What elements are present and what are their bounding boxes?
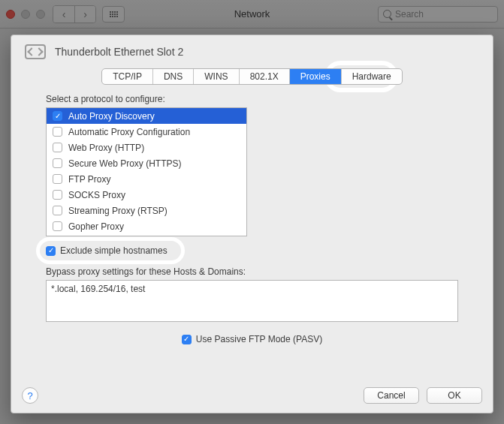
bypass-label: Bypass proxy settings for these Hosts & … xyxy=(46,266,458,277)
titlebar: ‹ › Network Search xyxy=(0,0,504,29)
protocol-gopher-proxy[interactable]: Gopher Proxy xyxy=(47,218,246,234)
tab-dns[interactable]: DNS xyxy=(152,69,193,84)
window-title: Network xyxy=(234,8,270,20)
passive-ftp-checkbox[interactable]: ✓ xyxy=(182,335,192,344)
checkbox-icon[interactable] xyxy=(53,206,62,215)
protocol-web-proxy[interactable]: Web Proxy (HTTP) xyxy=(47,140,246,155)
bypass-textarea[interactable]: *.local, 169.254/16, test xyxy=(46,280,458,322)
tab-group: TCP/IP DNS WINS 802.1X Proxies Hardware xyxy=(101,68,402,85)
cancel-button[interactable]: Cancel xyxy=(364,387,419,404)
protocol-label-text: Secure Web Proxy (HTTPS) xyxy=(68,158,181,169)
tab-hardware[interactable]: Hardware xyxy=(341,69,402,84)
protocol-label-text: Auto Proxy Discovery xyxy=(68,111,155,122)
protocol-socks-proxy[interactable]: SOCKS Proxy xyxy=(47,187,246,203)
protocol-auto-discovery[interactable]: ✓ Auto Proxy Discovery xyxy=(47,108,246,124)
grid-icon xyxy=(110,11,118,17)
back-button[interactable]: ‹ xyxy=(53,6,74,23)
passive-ftp-label: Use Passive FTP Mode (PASV) xyxy=(196,334,322,344)
search-icon xyxy=(383,10,391,18)
exclude-simple-hostnames-row[interactable]: ✓ Exclude simple hostnames xyxy=(46,245,167,256)
bypass-value: *.local, 169.254/16, test xyxy=(51,284,145,294)
protocol-ftp-proxy[interactable]: FTP Proxy xyxy=(47,171,246,187)
checkbox-icon[interactable] xyxy=(53,143,62,152)
exclude-label: Exclude simple hostnames xyxy=(60,245,167,256)
protocol-streaming-proxy[interactable]: Streaming Proxy (RTSP) xyxy=(47,203,246,218)
thunderbolt-icon xyxy=(25,44,46,59)
chevron-left-icon: ‹ xyxy=(62,8,66,20)
ok-label: OK xyxy=(448,390,460,401)
protocol-label-text: FTP Proxy xyxy=(68,174,110,185)
forward-button[interactable]: › xyxy=(74,6,95,23)
protocol-label: Select a protocol to configure: xyxy=(46,94,458,104)
protocol-label-text: Web Proxy (HTTP) xyxy=(68,143,144,153)
protocol-label-text: Streaming Proxy (RTSP) xyxy=(68,206,167,216)
search-placeholder: Search xyxy=(395,9,424,20)
help-button[interactable]: ? xyxy=(22,387,38,404)
sheet-header: Thunderbolt Ethernet Slot 2 xyxy=(11,35,493,65)
sheet-footer: ? Cancel OK xyxy=(11,387,493,404)
search-field[interactable]: Search xyxy=(378,6,498,23)
show-all-button[interactable] xyxy=(102,6,125,23)
tab-wins[interactable]: WINS xyxy=(193,69,238,84)
zoom-window-button[interactable] xyxy=(36,10,45,19)
checkbox-icon[interactable] xyxy=(53,190,62,200)
ok-button[interactable]: OK xyxy=(427,387,482,404)
help-icon: ? xyxy=(27,390,32,401)
checkbox-icon[interactable] xyxy=(53,158,62,168)
advanced-sheet: Thunderbolt Ethernet Slot 2 TCP/IP DNS W… xyxy=(11,35,493,413)
tab-proxies[interactable]: Proxies xyxy=(289,69,341,84)
sheet-title: Thunderbolt Ethernet Slot 2 xyxy=(55,46,183,58)
checkbox-icon[interactable] xyxy=(53,127,62,137)
checkbox-icon[interactable] xyxy=(53,221,62,231)
protocol-label-text: Gopher Proxy xyxy=(68,221,124,232)
exclude-checkbox[interactable]: ✓ xyxy=(46,246,56,256)
tab-tcpip[interactable]: TCP/IP xyxy=(102,69,152,84)
protocol-secure-web-proxy[interactable]: Secure Web Proxy (HTTPS) xyxy=(47,155,246,171)
passive-ftp-row[interactable]: ✓ Use Passive FTP Mode (PASV) xyxy=(46,334,458,344)
tab-bar: TCP/IP DNS WINS 802.1X Proxies Hardware xyxy=(11,65,493,92)
cancel-label: Cancel xyxy=(377,390,405,401)
network-preferences-window: ‹ › Network Search Thunderbolt Ethernet … xyxy=(0,0,504,424)
protocol-list[interactable]: ✓ Auto Proxy Discovery Automatic Proxy C… xyxy=(46,107,247,236)
nav-back-forward: ‹ › xyxy=(53,5,96,23)
traffic-lights xyxy=(6,10,45,19)
checkbox-icon[interactable]: ✓ xyxy=(53,111,62,121)
protocol-label-text: SOCKS Proxy xyxy=(68,190,125,200)
protocol-label-text: Automatic Proxy Configuration xyxy=(68,127,190,137)
proxies-content: Select a protocol to configure: ✓ Auto P… xyxy=(11,92,493,344)
tab-8021x[interactable]: 802.1X xyxy=(239,69,289,84)
minimize-window-button[interactable] xyxy=(21,10,30,19)
checkbox-icon[interactable] xyxy=(53,174,62,184)
protocol-auto-config[interactable]: Automatic Proxy Configuration xyxy=(47,124,246,140)
chevron-right-icon: › xyxy=(83,8,87,20)
close-window-button[interactable] xyxy=(6,10,15,19)
